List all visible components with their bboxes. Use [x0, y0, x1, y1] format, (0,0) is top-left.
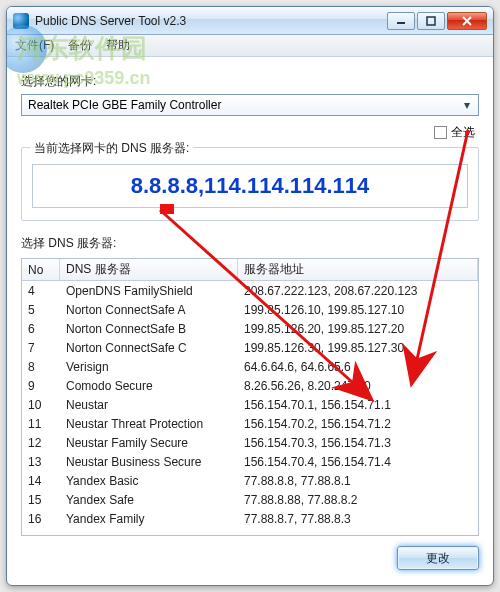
col-header-no[interactable]: No: [22, 259, 60, 280]
table-row[interactable]: 4OpenDNS FamilyShield208.67.222.123, 208…: [22, 281, 478, 300]
current-dns-group: 当前选择网卡的 DNS 服务器: 8.8.8.8,114.114.114.114: [21, 147, 479, 221]
cell-name: Yandex Family: [60, 512, 238, 526]
cell-name: Neustar Family Secure: [60, 436, 238, 450]
footer: 更改: [21, 546, 479, 570]
menu-file[interactable]: 文件(F): [15, 37, 54, 54]
cell-no: 13: [22, 455, 60, 469]
cell-addr: 199.85.126.10, 199.85.127.10: [238, 303, 478, 317]
cell-addr: 199.85.126.20, 199.85.127.20: [238, 322, 478, 336]
nic-label: 选择您的网卡:: [21, 73, 479, 90]
cell-name: Norton ConnectSafe C: [60, 341, 238, 355]
cell-addr: 77.88.8.8, 77.88.8.1: [238, 474, 478, 488]
cell-no: 11: [22, 417, 60, 431]
titlebar: Public DNS Server Tool v2.3: [7, 7, 493, 35]
cell-name: Neustar Business Secure: [60, 455, 238, 469]
table-row[interactable]: 15Yandex Safe77.88.8.88, 77.88.8.2: [22, 490, 478, 509]
cell-no: 8: [22, 360, 60, 374]
nic-combobox[interactable]: Realtek PCIe GBE Family Controller ▾: [21, 94, 479, 116]
cell-no: 10: [22, 398, 60, 412]
content-area: 选择您的网卡: Realtek PCIe GBE Family Controll…: [7, 57, 493, 582]
table-row[interactable]: 8Verisign64.6.64.6, 64.6.65.6: [22, 357, 478, 376]
app-icon: [13, 13, 29, 29]
cell-addr: 156.154.70.1, 156.154.71.1: [238, 398, 478, 412]
nic-value: Realtek PCIe GBE Family Controller: [28, 98, 221, 112]
annotation-caret: [160, 204, 174, 214]
cell-addr: 199.85.126.30, 199.85.127.30: [238, 341, 478, 355]
change-button[interactable]: 更改: [397, 546, 479, 570]
cell-addr: 156.154.70.3, 156.154.71.3: [238, 436, 478, 450]
servers-table: No DNS 服务器 服务器地址 4OpenDNS FamilyShield20…: [21, 258, 479, 536]
cell-name: Norton ConnectSafe A: [60, 303, 238, 317]
cell-addr: 77.88.8.88, 77.88.8.2: [238, 493, 478, 507]
table-row[interactable]: 5Norton ConnectSafe A199.85.126.10, 199.…: [22, 300, 478, 319]
table-row[interactable]: 10Neustar156.154.70.1, 156.154.71.1: [22, 395, 478, 414]
table-row[interactable]: 16Yandex Family77.88.8.7, 77.88.8.3: [22, 509, 478, 528]
select-all-checkbox[interactable]: [434, 126, 447, 139]
cell-no: 15: [22, 493, 60, 507]
cell-name: Yandex Safe: [60, 493, 238, 507]
cell-name: OpenDNS FamilyShield: [60, 284, 238, 298]
minimize-button[interactable]: [387, 12, 415, 30]
current-dns-title: 当前选择网卡的 DNS 服务器:: [30, 140, 193, 157]
cell-no: 7: [22, 341, 60, 355]
menubar: 文件(F) 备份 帮助: [7, 35, 493, 57]
close-button[interactable]: [447, 12, 487, 30]
cell-no: 5: [22, 303, 60, 317]
select-all-row: 全选: [21, 124, 475, 141]
cell-no: 16: [22, 512, 60, 526]
table-row[interactable]: 13Neustar Business Secure156.154.70.4, 1…: [22, 452, 478, 471]
svg-rect-1: [427, 17, 435, 25]
table-row[interactable]: 14Yandex Basic77.88.8.8, 77.88.8.1: [22, 471, 478, 490]
menu-backup[interactable]: 备份: [68, 37, 92, 54]
col-header-addr[interactable]: 服务器地址: [238, 259, 478, 280]
table-row[interactable]: 9Comodo Secure8.26.56.26, 8.20.247.20: [22, 376, 478, 395]
window-title: Public DNS Server Tool v2.3: [35, 14, 387, 28]
cell-name: Neustar: [60, 398, 238, 412]
cell-no: 4: [22, 284, 60, 298]
cell-name: Comodo Secure: [60, 379, 238, 393]
cell-name: Neustar Threat Protection: [60, 417, 238, 431]
cell-no: 14: [22, 474, 60, 488]
current-dns-value: 8.8.8.8,114.114.114.114: [131, 173, 370, 199]
maximize-button[interactable]: [417, 12, 445, 30]
cell-addr: 156.154.70.2, 156.154.71.2: [238, 417, 478, 431]
change-button-label: 更改: [426, 550, 450, 567]
cell-no: 6: [22, 322, 60, 336]
servers-label: 选择 DNS 服务器:: [21, 235, 479, 252]
cell-name: Verisign: [60, 360, 238, 374]
window-controls: [387, 12, 487, 30]
table-row[interactable]: 6Norton ConnectSafe B199.85.126.20, 199.…: [22, 319, 478, 338]
cell-name: Norton ConnectSafe B: [60, 322, 238, 336]
cell-addr: 156.154.70.4, 156.154.71.4: [238, 455, 478, 469]
cell-addr: 77.88.8.7, 77.88.8.3: [238, 512, 478, 526]
table-row[interactable]: 12Neustar Family Secure156.154.70.3, 156…: [22, 433, 478, 452]
cell-no: 12: [22, 436, 60, 450]
app-window: Public DNS Server Tool v2.3 文件(F) 备份 帮助 …: [6, 6, 494, 586]
cell-addr: 64.6.64.6, 64.6.65.6: [238, 360, 478, 374]
current-dns-display: 8.8.8.8,114.114.114.114: [32, 164, 468, 208]
chevron-down-icon: ▾: [459, 98, 474, 112]
table-row[interactable]: 11Neustar Threat Protection156.154.70.2,…: [22, 414, 478, 433]
menu-help[interactable]: 帮助: [106, 37, 130, 54]
cell-no: 9: [22, 379, 60, 393]
cell-addr: 8.26.56.26, 8.20.247.20: [238, 379, 478, 393]
select-all-label: 全选: [451, 124, 475, 141]
table-body: 4OpenDNS FamilyShield208.67.222.123, 208…: [22, 281, 478, 528]
col-header-name[interactable]: DNS 服务器: [60, 259, 238, 280]
cell-name: Yandex Basic: [60, 474, 238, 488]
table-header: No DNS 服务器 服务器地址: [22, 259, 478, 281]
cell-addr: 208.67.222.123, 208.67.220.123: [238, 284, 478, 298]
table-row[interactable]: 7Norton ConnectSafe C199.85.126.30, 199.…: [22, 338, 478, 357]
